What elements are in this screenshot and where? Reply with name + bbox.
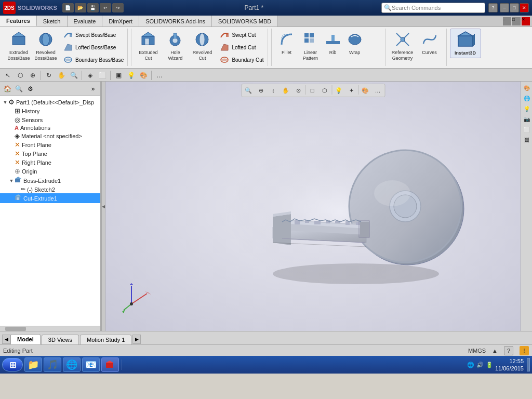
help-btn-status[interactable]: ? — [504, 346, 513, 355]
tree-item-top-plane[interactable]: ✕ Top Plane — [0, 149, 100, 158]
open-btn[interactable]: 📂 — [75, 3, 86, 12]
viewport[interactable]: 🔍 ⊕ ↕ ✋ ⊙ □ ⬡ 💡 ✦ 🎨 … — [105, 82, 521, 331]
fillet-btn[interactable]: Fillet — [275, 29, 299, 57]
taskbar-solidworks[interactable] — [101, 357, 119, 372]
ribbon-max-btn[interactable]: □ — [512, 17, 521, 25]
tab-mbd[interactable]: SOLIDWORKS MBD — [212, 16, 278, 26]
boundary-cut-btn[interactable]: Boundary Cut — [218, 54, 265, 66]
vp-more-btn[interactable]: … — [372, 85, 383, 96]
tree-item-cut-extrude1[interactable]: Cut-Extrude1 — [0, 193, 100, 203]
show-desktop-btn[interactable] — [527, 358, 530, 371]
tab-evaluate[interactable]: Evaluate — [68, 16, 103, 26]
alert-btn[interactable]: ! — [520, 346, 529, 355]
swept-cut-btn[interactable]: Swept Cut — [218, 29, 265, 41]
panel-collapse-handle[interactable]: ◀ — [101, 82, 105, 331]
tree-item-part1[interactable]: ▼ ⚙ Part1 (Default<<Default>_Disp — [0, 98, 100, 107]
motion-study-tab[interactable]: Motion Study 1 — [80, 335, 131, 344]
vp-rotate-btn[interactable]: ↕ — [268, 85, 279, 96]
mirror-btn[interactable]: Mirror — [341, 63, 364, 66]
view-orientation-btn[interactable]: ⬜ — [97, 70, 108, 81]
boundary-boss-btn[interactable]: Boundary Boss/Base — [61, 54, 125, 66]
tab-sketch[interactable]: Sketch — [37, 16, 68, 26]
more-btn[interactable]: … — [154, 70, 165, 81]
new-btn[interactable]: 📄 — [62, 3, 74, 12]
search-box[interactable]: 🔍 — [381, 3, 485, 13]
panel-scrollbar[interactable] — [0, 326, 100, 331]
lights-btn[interactable]: 💡 — [125, 70, 137, 81]
curves-btn[interactable]: Curves — [416, 29, 443, 57]
taskbar-email[interactable]: 📧 — [82, 357, 100, 372]
hole-wizard-btn[interactable]: HoleWizard — [162, 29, 189, 63]
extruded-cut-btn[interactable]: ExtrudedCut — [135, 29, 162, 63]
taskbar-explorer[interactable]: 📁 — [24, 357, 42, 372]
panel-home-btn[interactable]: 🏠 — [2, 83, 13, 95]
taskbar-battery-icon[interactable]: 🔋 — [486, 362, 493, 368]
vp-apply-btn[interactable]: ✦ — [345, 85, 357, 96]
taskbar-media[interactable]: 🎵 — [44, 357, 61, 372]
rs-camera-btn[interactable]: 📷 — [522, 114, 531, 124]
redo-btn[interactable]: ↪ — [112, 3, 124, 12]
tree-item-boss-extrude1[interactable]: ▼ Boss-Extrude1 — [0, 176, 100, 185]
expand-icon[interactable]: ▼ — [8, 178, 15, 184]
appearance-btn[interactable]: 🎨 — [138, 70, 149, 81]
model-tab[interactable]: Model — [10, 334, 41, 344]
ribbon-min-btn[interactable]: – — [503, 17, 511, 25]
tree-item-right-plane[interactable]: ✕ Right Plane — [0, 158, 100, 167]
lofted-cut-btn[interactable]: Lofted Cut — [218, 41, 265, 54]
scroll-thumb[interactable] — [5, 327, 26, 331]
maximize-btn[interactable]: □ — [510, 3, 519, 12]
pan-btn[interactable]: ✋ — [56, 70, 67, 81]
rs-display-btn[interactable]: 💡 — [522, 104, 531, 113]
save-btn[interactable]: 💾 — [87, 3, 99, 12]
zoom-select-btn[interactable]: ⊕ — [27, 70, 38, 81]
tab-scroll-left[interactable]: ◀ — [2, 335, 10, 344]
taskbar-network-icon[interactable]: 🌐 — [467, 362, 474, 368]
draft-btn[interactable]: Draft — [275, 63, 296, 66]
vp-pan-btn[interactable]: ✋ — [280, 85, 291, 96]
tab-features[interactable]: Features — [0, 16, 37, 26]
revolved-cut-btn[interactable]: RevolvedCut — [189, 29, 216, 63]
revolved-boss-base-btn[interactable]: RevolvedBoss/Base — [32, 29, 59, 63]
tab-addins[interactable]: SOLIDWORKS Add-Ins — [139, 16, 212, 26]
tree-item-history[interactable]: ⊞ History — [0, 107, 100, 115]
zoom-btn[interactable]: 🔍 — [68, 70, 79, 81]
reference-geometry-btn[interactable]: ReferenceGeometry — [389, 29, 416, 63]
close-btn[interactable]: ✕ — [520, 3, 529, 12]
rs-appearance-btn[interactable]: 🎨 — [522, 83, 531, 92]
start-button[interactable]: ⊞ — [2, 358, 23, 371]
search-input[interactable] — [392, 5, 475, 11]
linear-pattern-btn[interactable]: LinearPattern — [299, 29, 323, 63]
ribbon-close-btn[interactable]: ✕ — [522, 17, 530, 25]
view-select-btn[interactable]: ↖ — [2, 70, 14, 81]
lofted-boss-btn[interactable]: Lofted Boss/Base — [61, 41, 125, 54]
taskbar-volume-icon[interactable]: 🔊 — [476, 362, 484, 368]
undo-btn[interactable]: ↩ — [100, 3, 111, 12]
vp-section-btn[interactable]: □ — [307, 85, 318, 96]
tree-item-sketch2[interactable]: ✏ (-) Sketch2 — [0, 185, 100, 193]
rib-btn[interactable]: Rib — [323, 29, 343, 57]
3d-views-tab[interactable]: 3D Views — [42, 335, 79, 344]
tree-item-material[interactable]: ◈ Material <not specified> — [0, 131, 100, 140]
display-mode-btn[interactable]: ◈ — [84, 70, 96, 81]
intersect-btn[interactable]: Intersect — [296, 63, 321, 66]
panel-search-btn[interactable]: 🔍 — [13, 83, 24, 95]
tree-item-annotations[interactable]: A Annotations — [0, 124, 100, 131]
tab-dimxpert[interactable]: DimXpert — [102, 16, 139, 26]
rs-texture-btn[interactable]: ⬜ — [522, 125, 531, 134]
tree-item-front-plane[interactable]: ✕ Front Plane — [0, 140, 100, 149]
zoom-to-fit-btn[interactable]: ⬡ — [15, 70, 26, 81]
minimize-btn[interactable]: – — [500, 3, 509, 12]
rs-decal-btn[interactable]: 🖼 — [522, 135, 531, 144]
vp-display-btn[interactable]: ⬡ — [319, 85, 330, 96]
vp-lights-btn[interactable]: 💡 — [333, 85, 344, 96]
help-btn[interactable]: ? — [488, 3, 498, 12]
panel-filter-btn[interactable]: ⚙ — [24, 83, 36, 95]
rotate-btn[interactable]: ↻ — [43, 70, 55, 81]
vp-dynamic-btn[interactable]: ⊙ — [292, 85, 304, 96]
instant3d-btn[interactable]: Instant3D — [450, 29, 481, 58]
panel-expand-btn[interactable]: » — [87, 83, 99, 95]
expand-icon[interactable]: ▼ — [2, 99, 8, 105]
tab-scroll-right[interactable]: ▶ — [132, 335, 141, 344]
units-arrow[interactable]: ▲ — [492, 348, 498, 354]
swept-boss-btn[interactable]: Swept Boss/Base — [61, 29, 125, 41]
